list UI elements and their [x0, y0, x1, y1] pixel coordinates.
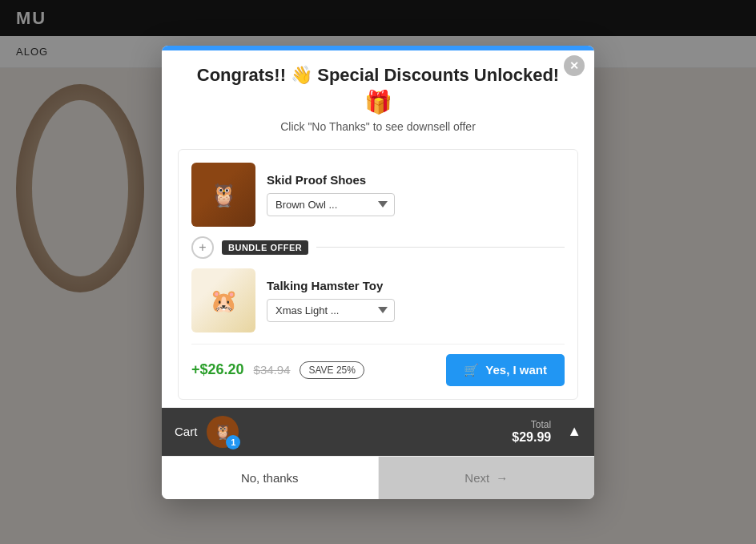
price-add: +$26.20	[191, 361, 244, 378]
product2-name: Talking Hamster Toy	[267, 279, 565, 292]
bundle-divider-line	[316, 247, 565, 248]
bundle-plus-icon: +	[191, 236, 214, 259]
cart-label: Cart	[175, 425, 197, 438]
bundle-divider: + BUNDLE OFFER	[191, 236, 565, 259]
modal-overlay: ✕ Congrats!! 👋 Special Discounts Unlocke…	[0, 0, 756, 544]
product1-info: Skid Proof Shoes Brown Owl ... Black Cat…	[267, 173, 565, 216]
cart-item-count: 1	[226, 435, 240, 449]
discount-modal: ✕ Congrats!! 👋 Special Discounts Unlocke…	[162, 46, 594, 499]
next-arrow-icon: →	[496, 471, 508, 485]
next-button[interactable]: Next →	[379, 457, 595, 499]
modal-title: Congrats!! 👋 Special Discounts Unlocked!	[186, 65, 570, 86]
product1-thumbnail	[191, 163, 255, 227]
product1-name: Skid Proof Shoes	[267, 173, 565, 187]
cart-total-section: Total $29.99	[512, 419, 551, 445]
product2-row: Talking Hamster Toy Xmas Light ... Birth…	[191, 268, 565, 332]
cart-total-amount: $29.99	[512, 430, 551, 445]
product-card: Skid Proof Shoes Brown Owl ... Black Cat…	[178, 149, 578, 400]
cart-total-label: Total	[512, 419, 551, 430]
product2-thumbnail	[191, 268, 255, 332]
modal-close-button[interactable]: ✕	[564, 55, 585, 76]
no-thanks-button[interactable]: No, thanks	[162, 457, 379, 499]
modal-body: Skid Proof Shoes Brown Owl ... Black Cat…	[162, 141, 594, 408]
modal-subtitle: Click "No Thanks" to see downsell offer	[186, 120, 570, 133]
bundle-offer-badge: BUNDLE OFFER	[222, 240, 308, 255]
gift-emoji: 🎁	[186, 89, 570, 115]
modal-header: Congrats!! 👋 Special Discounts Unlocked!…	[162, 50, 594, 141]
modal-footer: No, thanks Next →	[162, 456, 594, 499]
pricing-row: +$26.20 $34.94 SAVE 25% 🛒 Yes, I want	[191, 344, 565, 386]
cart-bar: Cart 🦉 1 Total $29.99 ▲	[162, 408, 594, 456]
yes-i-want-button[interactable]: 🛒 Yes, I want	[446, 354, 565, 386]
product2-variant-select[interactable]: Xmas Light ... Birthday ... Classic ...	[267, 299, 395, 322]
save-badge: SAVE 25%	[300, 361, 364, 379]
yes-btn-label: Yes, I want	[485, 363, 547, 377]
next-label: Next	[464, 471, 489, 485]
cart-expand-icon[interactable]: ▲	[567, 423, 581, 440]
cart-icon: 🛒	[464, 363, 479, 377]
product2-info: Talking Hamster Toy Xmas Light ... Birth…	[267, 279, 565, 322]
product1-variant-select[interactable]: Brown Owl ... Black Cat ... White Bear .…	[267, 193, 395, 216]
product1-row: Skid Proof Shoes Brown Owl ... Black Cat…	[191, 163, 565, 227]
price-original: $34.94	[254, 363, 291, 377]
cart-thumb-wrapper: 🦉 1	[207, 416, 239, 448]
